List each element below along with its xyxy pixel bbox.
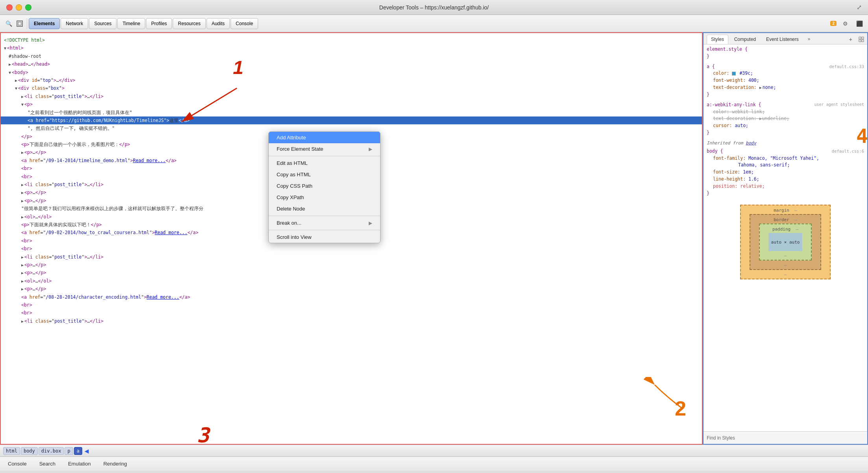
cm-arrow-break: ▶ (369, 220, 372, 226)
cm-arrow-force: ▶ (369, 146, 372, 152)
tab-console[interactable]: Console (231, 18, 258, 29)
cm-edit-html[interactable]: Edit as HTML (269, 157, 380, 169)
p-dots-5: ▶<p>…</p> (1, 269, 702, 277)
margin-bottom: – (784, 271, 787, 278)
cm-break-on[interactable]: Break on... ▶ (269, 217, 380, 229)
bb-console[interactable]: Console (5, 459, 30, 468)
tab-computed[interactable]: Computed (730, 35, 760, 44)
border-label: border – (774, 216, 797, 223)
color-swatch-39c (732, 72, 736, 76)
annotation-3: 3 (197, 423, 209, 447)
element-style-rule: element.style { } (707, 46, 864, 60)
toolbar-tabs: Elements Network Sources Timeline Profil… (29, 18, 258, 29)
tab-network[interactable]: Network (61, 18, 88, 29)
window-title: Developer Tools – https://xuelangzf.gith… (379, 4, 489, 11)
bb-emulation[interactable]: Emulation (65, 459, 94, 468)
breakpoints-icon[interactable]: ⚙ (840, 18, 851, 29)
bb-search[interactable]: Search (36, 459, 59, 468)
box-model: margin – border – padding – auto × auto (740, 205, 831, 279)
html-line: ▼<html> (1, 44, 702, 52)
tab-event-listeners[interactable]: Event Listeners (762, 35, 803, 44)
bc-a[interactable]: a (74, 447, 82, 455)
search-icon[interactable]: 🔍 (3, 18, 14, 29)
toolbar-divider (27, 18, 27, 29)
resize-icon: ⤢ (857, 4, 862, 11)
cm-scroll-view[interactable]: Scroll into View (269, 231, 380, 243)
add-style-button[interactable]: + (846, 35, 855, 44)
tab-profiles[interactable]: Profiles (146, 18, 172, 29)
bottom-bar: Console Search Emulation Rendering (0, 456, 868, 471)
minimize-button[interactable] (16, 4, 22, 11)
cm-force-state[interactable]: Force Element State ▶ (269, 143, 380, 155)
chinese-text-1: "之前看到过一个很酷的时间线页面，项目具体在" (1, 109, 702, 116)
a-rule: a { default.css:33 color: #39c; font-wei… (707, 63, 864, 98)
p-open-line: ▼<p> (1, 100, 702, 108)
cm-separator-2 (269, 216, 380, 216)
box-model-container: margin – border – padding – auto × auto (707, 200, 864, 284)
inspect-icon[interactable] (14, 18, 25, 29)
content-label: auto × auto (771, 239, 800, 246)
cm-copy-xpath[interactable]: Copy XPath (269, 192, 380, 203)
cm-separator-3 (269, 230, 380, 230)
dock-icon[interactable]: ⬛ (854, 18, 865, 29)
margin-label: margin – (774, 207, 797, 214)
bc-p[interactable]: p (65, 447, 73, 455)
border-bottom: – (784, 262, 787, 268)
svg-rect-8 (859, 40, 861, 42)
a-element-line[interactable]: <a href="https://github.com/NUKnightLab/… (1, 116, 702, 124)
tab-more[interactable]: » (805, 35, 814, 44)
ol-dots-2: ▶<ol>…</ol> (1, 277, 702, 285)
body-rule: body { default.css:6 font-family: Monaco… (707, 148, 864, 197)
shadow-root-line: #shadow-root (1, 52, 702, 60)
close-button[interactable] (6, 4, 13, 11)
p-dots-6: ▶<p>…</p> (1, 285, 702, 293)
li-post-title-3: ▶<li class="post_title">…</li> (1, 253, 702, 261)
find-in-styles-label: Find in Styles (707, 435, 735, 441)
bc-body[interactable]: body (21, 447, 38, 455)
styles-content: element.style { } a { default.css:33 col… (704, 44, 867, 431)
maximize-button[interactable] (25, 4, 31, 11)
warning-badge: 2 (830, 21, 837, 26)
padding-bottom: – (784, 252, 787, 259)
content-box: auto × auto (768, 233, 802, 251)
head-line: ▶<head>…</head> (1, 60, 702, 68)
bb-rendering[interactable]: Rendering (100, 459, 130, 468)
tab-sources[interactable]: Sources (89, 18, 116, 29)
bc-div-box[interactable]: div.box (39, 447, 64, 455)
a-webkit-rule: a:-webkit-any-link { user agent styleshe… (707, 102, 864, 137)
title-bar-right: ⤢ (857, 4, 862, 11)
breadcrumb-bar: html body div.box p a ◀ 3 (0, 445, 868, 456)
toolbar: 🔍 Elements Network Sources Timeline Prof… (0, 15, 868, 32)
body-line: ▼<body> (1, 68, 702, 76)
svg-rect-9 (862, 40, 864, 42)
tab-audits[interactable]: Audits (207, 18, 230, 29)
tab-elements[interactable]: Elements (29, 18, 60, 29)
cm-add-attribute[interactable]: Add Attribute (269, 132, 380, 143)
br-6: <br> (1, 309, 702, 317)
svg-rect-0 (17, 21, 22, 26)
svg-rect-1 (18, 22, 21, 25)
bc-html[interactable]: html (3, 447, 20, 455)
div-box-line: ▼<div class="box"> (1, 84, 702, 92)
li-post-title-1: ▶<li class="post_title">…</li> (1, 92, 702, 100)
right-tabs: Styles Computed Event Listeners » + (704, 33, 867, 44)
div-top-line: ▶<div id="top">…</div> (1, 76, 702, 84)
li-post-title-4: ▶<li class="post_title">…</li> (1, 317, 702, 325)
svg-rect-7 (862, 37, 864, 39)
elements-panel: 1 <!DOCTYPE html> ▼<html> #shadow-root ▶… (0, 32, 703, 445)
find-in-styles[interactable]: Find in Styles (704, 431, 867, 444)
style-refresh-icon[interactable] (859, 35, 864, 44)
cm-copy-html[interactable]: Copy as HTML (269, 169, 380, 180)
br-4: <br> (1, 245, 702, 253)
br-5: <br> (1, 301, 702, 309)
doctype-line: <!DOCTYPE html> (1, 36, 702, 44)
tab-styles[interactable]: Styles (707, 35, 728, 44)
tab-resources[interactable]: Resources (173, 18, 205, 29)
main-layout: 1 <!DOCTYPE html> ▼<html> #shadow-root ▶… (0, 32, 868, 445)
padding-label: padding – (772, 226, 798, 233)
cm-separator-1 (269, 156, 380, 156)
tab-timeline[interactable]: Timeline (117, 18, 145, 29)
window-controls (6, 4, 31, 11)
cm-delete-node[interactable]: Delete Node (269, 203, 380, 214)
cm-copy-css-path[interactable]: Copy CSS Path (269, 180, 380, 192)
